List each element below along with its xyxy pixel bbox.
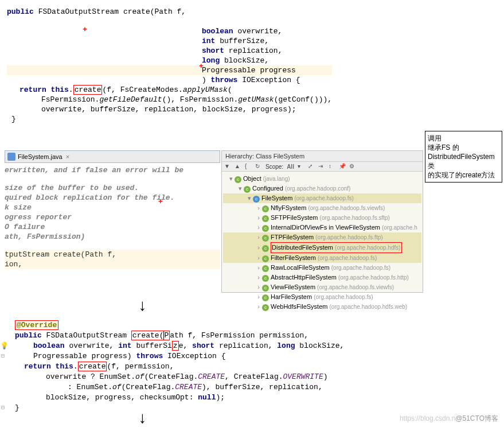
keyword-public: public [7, 7, 34, 16]
collapse-icon[interactable]: ⇥ [318, 163, 325, 170]
toolbar-icon[interactable]: { [245, 163, 252, 170]
arrow-down-icon: ↓ [138, 297, 147, 315]
tree-row[interactable]: ›cNflyFSystem (org.apache.hadoop.fs.view… [223, 203, 421, 213]
tree-row[interactable]: ›cWebHdfsFileSystem (org.apache.hadoop.h… [223, 302, 421, 312]
hierarchy-toolbar[interactable]: ▼ ▲ { ↻ Scope: All ▾ ⤢ ⇥ ↕ 📌 ⚙ [222, 162, 423, 172]
tree-row[interactable]: ›cHarFileSystem (org.apache.hadoop.fs) [223, 292, 421, 302]
scope-value[interactable]: All [287, 164, 294, 170]
lightbulb-icon[interactable]: 💡 [0, 341, 9, 351]
toolbar-icon[interactable]: ▼ [224, 163, 231, 170]
class-icon: c [262, 304, 269, 311]
code-comments: erwritten, and if false an error will be… [5, 165, 220, 269]
class-icon: c [262, 225, 269, 232]
class-icon: c [262, 235, 269, 242]
hierarchy-title: Hierarchy: Class FileSystem [222, 151, 423, 162]
class-icon: c [262, 245, 269, 252]
watermark: https://blog.csdn.n@51CTO博客 [400, 414, 498, 424]
override-annotation: @Override [15, 320, 58, 330]
class-icon: c [235, 176, 241, 183]
create-call-boxed: create [73, 85, 103, 95]
hierarchy-panel[interactable]: Hierarchy: Class FileSystem ▼ ▲ { ↻ Scop… [221, 150, 423, 293]
annotation-callout: 调用 继承FS 的 DistributedFileSystem 类 的实现了的c… [425, 131, 502, 183]
gear-icon[interactable]: ⚙ [349, 163, 356, 170]
arrow-down-icon: ↓ [138, 410, 147, 427]
pin-icon[interactable]: 📌 [339, 163, 346, 170]
chevron-down-icon[interactable]: ▾ [298, 163, 304, 170]
class-icon: c [253, 196, 260, 203]
code-block-bottom: @Override public FSDataOutputStream crea… [5, 320, 344, 413]
buffersize-boxed: z [172, 341, 179, 351]
tree-row[interactable]: ›cAbstractHttpFileSystem (org.apache.had… [223, 273, 421, 282]
class-icon: c [262, 205, 269, 212]
red-plus-icon: + [199, 62, 204, 71]
tree-row[interactable]: ›cFilterFileSystem (org.apache.hadoop.fs… [223, 253, 421, 263]
fold-icon[interactable]: ⊟ [1, 403, 5, 413]
tree-row-distributed[interactable]: ›cDistributedFileSystem (org.apache.hado… [223, 242, 421, 253]
red-plus-icon: + [158, 197, 163, 206]
expand-icon[interactable]: ⤢ [308, 163, 315, 170]
editor-tab-bar[interactable]: FileSystem.java × [5, 150, 220, 163]
toolbar-icon[interactable]: ▲ [235, 163, 241, 170]
java-file-icon [7, 153, 15, 161]
tree-row[interactable]: ›cSFTPFileSystem (org.apache.hadoop.fs.s… [223, 213, 421, 223]
class-icon: c [262, 255, 269, 262]
tree-row-selected[interactable]: ▾cFileSystem (org.apache.hadoop.fs) [223, 193, 421, 203]
tab-filename[interactable]: FileSystem.java [18, 153, 62, 160]
tree-row[interactable]: ›cRawLocalFileSystem (org.apache.hadoop.… [223, 263, 421, 273]
code-block-top: public FSDataOutputStream create(Path f,… [5, 5, 334, 126]
class-icon: c [262, 275, 269, 282]
close-icon[interactable]: × [66, 153, 69, 160]
create-call-boxed: create [78, 362, 107, 371]
class-icon: c [262, 294, 269, 301]
red-plus-icon: + [83, 25, 87, 34]
tree-row[interactable]: ›cInternalDirOfViewFs in ViewFileSystem … [223, 223, 421, 232]
fold-icon[interactable]: ⊟ [1, 351, 5, 362]
tree-row[interactable]: ›cViewFileSystem (org.apache.hadoop.fs.v… [223, 282, 421, 292]
class-icon: c [244, 186, 251, 193]
class-icon: c [262, 285, 269, 292]
tree-row[interactable]: ›cFTPFileSystem (org.apache.hadoop.fs.ft… [223, 232, 421, 242]
class-icon: c [262, 215, 269, 222]
create-method-boxed: create(P [131, 331, 170, 340]
class-icon: c [262, 265, 269, 272]
tree-row[interactable]: ▾cConfigured (org.apache.hadoop.conf) [223, 184, 421, 193]
toolbar-icon[interactable]: ↕ [329, 163, 335, 170]
scope-label: Scope: [265, 164, 283, 170]
refresh-icon[interactable]: ↻ [255, 163, 262, 170]
class-tree[interactable]: ▾cObject (java.lang) ▾cConfigured (org.a… [222, 172, 423, 314]
tree-row[interactable]: ▾cObject (java.lang) [223, 174, 421, 184]
